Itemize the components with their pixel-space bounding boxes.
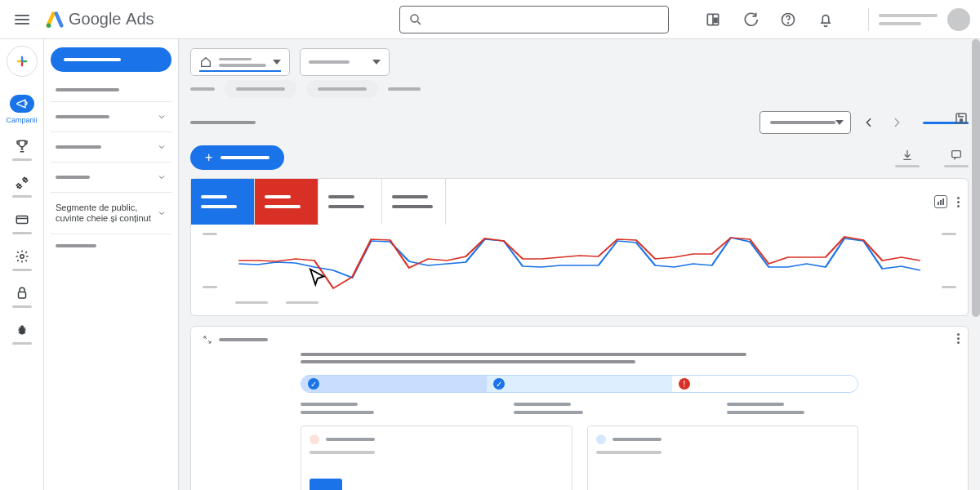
- chevron-down-icon: [372, 60, 381, 65]
- y-axis-left: [203, 233, 217, 288]
- header-actions: [705, 11, 834, 28]
- svg-point-10: [20, 326, 24, 329]
- progress-stepper: ✓ ✓ !: [301, 375, 858, 393]
- status-dot-blue: [596, 434, 606, 444]
- svg-point-5: [788, 22, 789, 23]
- rail-tools[interactable]: [5, 174, 39, 198]
- create-button[interactable]: [7, 46, 38, 77]
- refresh-icon[interactable]: [742, 11, 759, 28]
- metric-tab-2[interactable]: [255, 179, 318, 225]
- apply-button[interactable]: [310, 479, 342, 490]
- status-dot-red: [310, 434, 319, 444]
- metric-tab-4[interactable]: [382, 179, 446, 225]
- secondary-nav: Segmente de public, cuvinte cheie și con…: [44, 39, 179, 490]
- reports-icon[interactable]: [705, 11, 721, 28]
- prev-period-button[interactable]: [859, 113, 879, 132]
- svg-rect-6: [16, 216, 28, 224]
- recommendation-text: [301, 353, 858, 363]
- search-icon: [408, 12, 423, 27]
- main-content: +: [179, 39, 980, 490]
- ads-logo-icon: [46, 11, 64, 29]
- campaign-filter-dropdown[interactable]: [300, 48, 390, 76]
- download-button[interactable]: [895, 149, 920, 167]
- status-chip-1[interactable]: [225, 80, 296, 98]
- rail-campaigns-label: Campanii: [6, 116, 37, 124]
- svg-rect-15: [940, 200, 942, 205]
- y-axis-right: [942, 233, 956, 288]
- chart-legend: [207, 301, 951, 309]
- svg-point-0: [47, 23, 51, 28]
- notifications-icon[interactable]: [817, 11, 834, 28]
- save-icon[interactable]: [954, 111, 969, 126]
- check-icon: ✓: [308, 378, 319, 390]
- logo-text: Google Ads: [69, 10, 154, 29]
- rail-billing[interactable]: [5, 211, 39, 234]
- next-period-button[interactable]: [887, 113, 906, 132]
- rail-security[interactable]: [5, 284, 39, 308]
- rail-admin[interactable]: [5, 247, 39, 271]
- rail-debug[interactable]: [5, 321, 39, 345]
- step-label-1: [301, 403, 432, 414]
- svg-point-12: [960, 119, 963, 122]
- svg-point-1: [411, 15, 418, 22]
- line-chart: [207, 231, 951, 301]
- avatar[interactable]: [947, 8, 970, 31]
- filter-label: [190, 87, 215, 91]
- error-icon: !: [679, 378, 690, 390]
- nav-item-2[interactable]: [51, 82, 172, 98]
- nav-item-overview-active[interactable]: [51, 47, 172, 72]
- nav-item-7[interactable]: [51, 238, 172, 254]
- nav-item-audiences[interactable]: Segmente de public, cuvinte cheie și con…: [51, 196, 172, 230]
- account-filter-dropdown[interactable]: [190, 48, 290, 76]
- search-box[interactable]: [399, 6, 669, 33]
- expand-chart-button[interactable]: [934, 195, 947, 208]
- search-input[interactable]: [430, 12, 660, 26]
- rail-campaigns[interactable]: Campanii: [5, 95, 39, 124]
- status-chip-2[interactable]: [306, 80, 378, 98]
- new-campaign-button[interactable]: +: [190, 145, 284, 170]
- date-range-picker[interactable]: [760, 111, 851, 134]
- nav-item-3[interactable]: [51, 105, 172, 128]
- metric-tab-1[interactable]: [191, 179, 255, 225]
- scrollbar-thumb[interactable]: [972, 39, 980, 317]
- step-label-3: [727, 403, 858, 414]
- plus-icon: +: [205, 151, 212, 164]
- performance-chart-card: [190, 178, 969, 316]
- metric-tab-3[interactable]: [318, 179, 382, 225]
- menu-icon[interactable]: [10, 10, 34, 29]
- help-icon[interactable]: [780, 11, 796, 28]
- recommendations-card: ✓ ✓ !: [190, 326, 969, 490]
- chart-menu-button[interactable]: [957, 197, 960, 207]
- svg-rect-16: [942, 198, 944, 205]
- nav-item-5[interactable]: [51, 166, 172, 189]
- rail-goals[interactable]: [5, 137, 39, 161]
- svg-rect-14: [938, 202, 939, 205]
- recommendation-item-1[interactable]: [301, 425, 572, 490]
- feedback-button[interactable]: [944, 149, 969, 167]
- nav-item-4[interactable]: [51, 136, 172, 158]
- expand-icon[interactable]: [203, 335, 212, 345]
- chevron-down-icon: [835, 120, 844, 125]
- card-menu-button[interactable]: [957, 333, 960, 344]
- svg-rect-13: [952, 150, 961, 157]
- home-icon: [199, 56, 212, 69]
- svg-rect-3: [715, 18, 717, 22]
- account-switcher[interactable]: [868, 8, 970, 31]
- svg-rect-8: [18, 292, 25, 299]
- breadcrumb: [190, 121, 256, 124]
- step-label-2: [514, 403, 645, 414]
- nav-rail: Campanii: [0, 39, 44, 490]
- card-title: [219, 338, 268, 341]
- product-logo: Google Ads: [46, 10, 154, 29]
- recommendation-item-2[interactable]: [587, 425, 859, 490]
- app-header: Google Ads: [0, 0, 980, 39]
- check-icon: ✓: [493, 378, 505, 390]
- chevron-down-icon: [273, 60, 281, 65]
- filter-text: [388, 87, 421, 91]
- svg-point-7: [20, 255, 24, 259]
